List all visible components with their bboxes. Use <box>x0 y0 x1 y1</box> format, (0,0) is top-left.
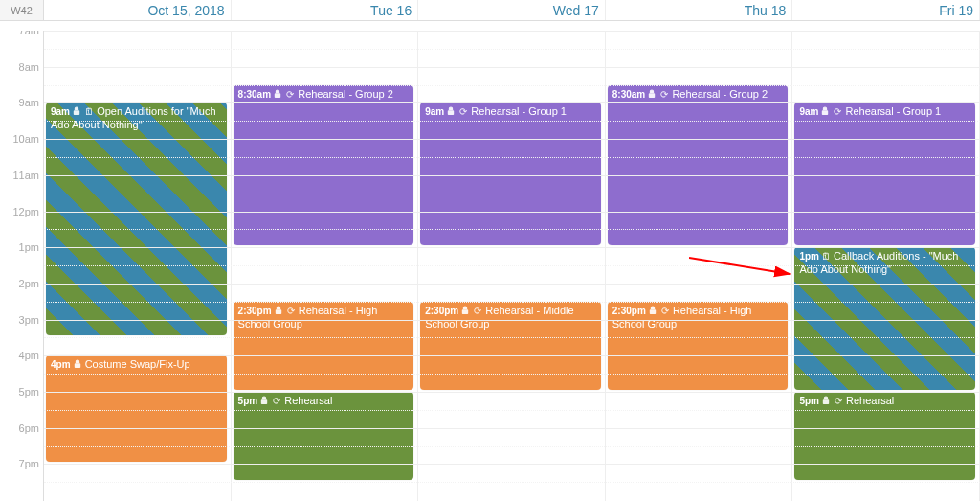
calendar-icon: 🗓 <box>84 106 94 119</box>
calendar-icon: 🗓 <box>821 251 831 263</box>
recurring-icon: ⟳ <box>834 396 843 408</box>
recurring-icon: ⟳ <box>286 306 296 318</box>
calendar-event[interactable]: 1pm🗓 Callback Auditions - "Much Ado Abou… <box>794 247 975 390</box>
svg-rect-4 <box>261 399 267 404</box>
lock-icon <box>273 89 282 102</box>
calendar-event[interactable]: 2:30pm ⟳ Rehearsal - Middle School Group <box>420 302 601 390</box>
day-grid: 9am 🗓 Open Auditions for "Much Ado About… <box>44 31 980 501</box>
recurring-icon: ⟳ <box>285 89 295 102</box>
event-time: 2:30pm <box>425 306 458 316</box>
time-label: 5pm <box>19 386 39 398</box>
event-time: 5pm <box>238 396 258 406</box>
hour-gridline <box>44 464 980 465</box>
time-label: 7pm <box>19 458 39 469</box>
event-time: 9am <box>425 106 444 117</box>
hour-gridline <box>44 175 980 176</box>
event-time: 2:30pm <box>238 306 272 316</box>
hour-gridline <box>44 212 980 213</box>
event-title: Costume Swap/Fix-Up <box>85 358 190 370</box>
recurring-icon: ⟳ <box>272 396 281 408</box>
calendar-event[interactable]: 9am ⟳ Rehearsal - Group 1 <box>794 102 975 245</box>
halfhour-gridline <box>44 157 980 158</box>
lock-icon <box>647 89 657 102</box>
time-label: 9am <box>19 97 39 108</box>
hour-gridline <box>44 320 980 321</box>
event-time: 9am <box>799 106 818 117</box>
event-time: 2:30pm <box>612 306 646 316</box>
calendar-event[interactable]: 8:30am ⟳ Rehearsal - Group 2 <box>608 85 789 246</box>
event-title: Rehearsal - Group 1 <box>846 105 942 117</box>
recurring-icon: ⟳ <box>659 89 669 102</box>
svg-rect-10 <box>823 399 829 404</box>
calendar-body: 7am8am9am10am11am12pm1pm2pm3pm4pm5pm6pm7… <box>0 31 980 501</box>
hour-gridline <box>44 139 980 140</box>
event-title: Rehearsal <box>846 395 894 406</box>
hour-gridline <box>44 392 980 393</box>
svg-rect-1 <box>74 363 79 368</box>
event-title: Rehearsal <box>284 395 332 406</box>
hour-gridline <box>44 428 980 429</box>
hour-gridline <box>44 67 980 68</box>
halfhour-gridline <box>44 194 980 194</box>
svg-rect-9 <box>822 111 828 116</box>
hour-gridline <box>44 355 980 356</box>
halfhour-gridline <box>44 337 980 338</box>
event-time: 8:30am <box>612 89 645 100</box>
recurring-icon: ⟳ <box>458 106 468 119</box>
lock-icon <box>821 396 831 408</box>
header-row: W42 Oct 15, 2018 Tue 16 Wed 17 Thu 18 Fr… <box>0 0 980 21</box>
calendar-event[interactable]: 2:30pm ⟳ Rehearsal - High School Group <box>608 302 789 390</box>
calendar-event[interactable]: 2:30pm ⟳ Rehearsal - High School Group <box>234 302 414 390</box>
event-time: 9am <box>51 106 70 117</box>
svg-rect-3 <box>275 309 280 314</box>
day-header-thu[interactable]: Thu 18 <box>606 0 793 20</box>
lock-icon <box>460 306 470 318</box>
lock-icon <box>259 396 269 408</box>
event-time: 8:30am <box>238 89 271 100</box>
lock-icon <box>446 106 456 119</box>
halfhour-gridline <box>44 482 980 483</box>
svg-rect-0 <box>74 111 79 116</box>
lock-icon <box>73 359 82 372</box>
halfhour-gridline <box>44 229 980 230</box>
time-label: 11am <box>12 170 39 181</box>
halfhour-gridline <box>44 49 980 50</box>
time-label: 1pm <box>19 241 39 253</box>
event-time: 4pm <box>51 359 71 370</box>
halfhour-gridline <box>44 446 980 447</box>
recurring-icon: ⟳ <box>833 106 842 119</box>
day-header-mon[interactable]: Oct 15, 2018 <box>44 0 232 20</box>
time-label: 6pm <box>19 422 39 434</box>
time-label: 12pm <box>12 206 39 217</box>
svg-rect-7 <box>649 93 655 98</box>
day-header-wed[interactable]: Wed 17 <box>418 0 606 20</box>
recurring-icon: ⟳ <box>473 306 482 318</box>
event-title: Rehearsal - Group 2 <box>298 88 393 100</box>
lock-icon <box>72 106 81 119</box>
recurring-icon: ⟳ <box>660 306 670 318</box>
time-label: 7am <box>19 31 39 36</box>
day-header-tue[interactable]: Tue 16 <box>232 0 419 20</box>
time-column: 7am8am9am10am11am12pm1pm2pm3pm4pm5pm6pm7… <box>0 31 44 501</box>
lock-icon <box>820 106 830 119</box>
time-label: 4pm <box>19 350 39 361</box>
halfhour-gridline <box>44 410 980 411</box>
day-header-fri[interactable]: Fri 19 <box>792 0 980 20</box>
time-label: 3pm <box>19 314 39 326</box>
calendar-event[interactable]: 5pm ⟳ Rehearsal <box>794 392 975 480</box>
halfhour-gridline <box>44 374 980 375</box>
time-label: 10am <box>12 133 39 145</box>
hour-gridline <box>44 102 980 103</box>
hour-gridline <box>44 31 980 32</box>
svg-rect-2 <box>275 93 280 98</box>
svg-rect-6 <box>462 309 468 314</box>
event-time: 5pm <box>799 396 819 406</box>
halfhour-gridline <box>44 85 980 86</box>
event-time: 1pm <box>799 251 819 262</box>
week-calendar: W42 Oct 15, 2018 Tue 16 Wed 17 Thu 18 Fr… <box>0 0 980 501</box>
halfhour-gridline <box>44 302 980 303</box>
calendar-event[interactable]: 5pm ⟳ Rehearsal <box>234 392 414 480</box>
calendar-event[interactable]: 9am ⟳ Rehearsal - Group 1 <box>420 102 601 245</box>
calendar-event[interactable]: 8:30am ⟳ Rehearsal - Group 2 <box>234 85 414 246</box>
week-number: W42 <box>0 0 44 20</box>
